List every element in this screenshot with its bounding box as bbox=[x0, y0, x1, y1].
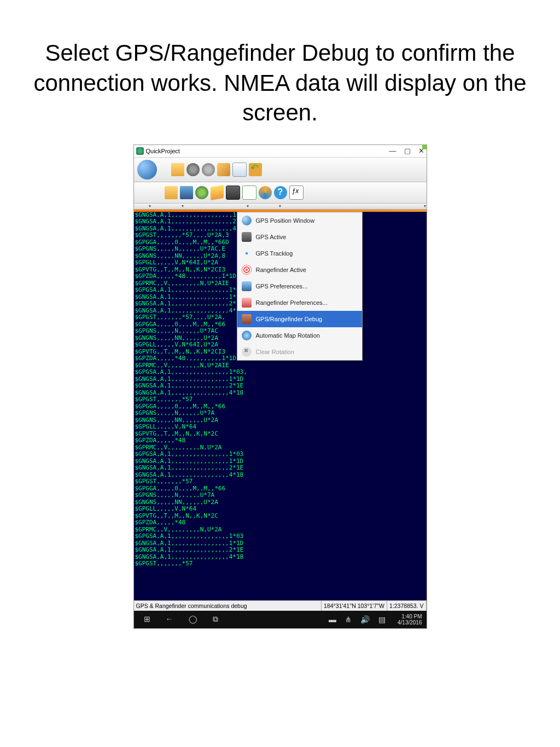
nmea-line: $GPGST,,,,,,,*57 bbox=[134, 560, 427, 568]
resize-handle[interactable] bbox=[422, 145, 427, 149]
menu-item-rangefinder-preferences-[interactable]: Rangefinder Preferences... bbox=[237, 294, 362, 311]
menu-item-rangefinder-active[interactable]: Rangefinder Active bbox=[237, 262, 362, 278]
dropdown-arrow-icon[interactable]: ▾ bbox=[134, 204, 166, 209]
menu-item-label: GPS/Rangefinder Debug bbox=[256, 316, 323, 323]
mi-pref-icon bbox=[242, 281, 252, 291]
page-icon[interactable] bbox=[242, 186, 256, 200]
menu-item-label: GPS Preferences... bbox=[256, 283, 308, 290]
nmea-line: $GPGSA,A,1,,,,,,,,,,,,,,,,1*03 bbox=[134, 533, 427, 540]
debug-output-area: $GNGSA,A,1,,,,,,,,,,,,,,,,,1*1D$GNGSA,A,… bbox=[134, 212, 427, 600]
nmea-line: $GPZDA,,,,,*48 bbox=[134, 437, 427, 444]
mi-waves-icon bbox=[242, 265, 252, 275]
mi-globe-icon bbox=[242, 216, 252, 225]
dropdown-arrow-icon[interactable]: ▾ bbox=[231, 204, 264, 209]
nmea-line: $GPGST,,,,,,,*57 bbox=[134, 396, 427, 403]
tools-icon[interactable] bbox=[202, 163, 215, 176]
system-clock[interactable]: 1:40 PM 4/13/2016 bbox=[394, 613, 425, 626]
app-icon bbox=[136, 147, 144, 155]
nmea-line: $GPZDA,,,,,*48 bbox=[134, 519, 427, 526]
nmea-line: $GNGSA,A,1,,,,,,,,,,,,,,,,2*1E bbox=[134, 547, 427, 554]
fx-icon[interactable] bbox=[289, 186, 304, 200]
menu-item-label: GPS Tracklog bbox=[256, 250, 293, 257]
menu-item-gps-rangefinder-debug[interactable]: GPS/Rangefinder Debug bbox=[237, 311, 362, 327]
back-button[interactable]: ← bbox=[166, 615, 173, 624]
wifi-icon[interactable]: ⋔ bbox=[345, 615, 352, 624]
mi-sat-icon bbox=[242, 232, 252, 242]
dropdown-arrow-icon[interactable]: ▾ bbox=[264, 204, 296, 209]
mi-dots-icon bbox=[242, 248, 252, 258]
menu-item-gps-tracklog[interactable]: GPS Tracklog bbox=[237, 245, 362, 262]
notifications-icon[interactable]: ▤ bbox=[378, 615, 386, 624]
dropdown-arrow-icon[interactable]: ▾ bbox=[166, 204, 199, 209]
menu-item-label: Clear Rotation bbox=[256, 349, 294, 356]
windows-taskbar: ⊞ ← ◯ ⧉ ▬ ⋔ 🔊 ▤ 1:40 PM 4/13/2016 bbox=[134, 611, 427, 628]
mi-clear-icon bbox=[242, 347, 252, 357]
refresh-icon[interactable] bbox=[259, 186, 272, 199]
menu-item-gps-position-window[interactable]: GPS Position Window bbox=[237, 212, 362, 229]
folder-icon[interactable] bbox=[171, 163, 184, 176]
nmea-line: $GPGST,,,,,,,*57 bbox=[134, 478, 427, 485]
dropdown-arrow-icon[interactable]: ▾ bbox=[394, 204, 426, 209]
battery-icon[interactable]: ▬ bbox=[329, 615, 336, 624]
menu-item-label: Rangefinder Active bbox=[256, 267, 306, 274]
document-icon[interactable] bbox=[232, 163, 247, 177]
cortana-button[interactable]: ◯ bbox=[189, 615, 197, 624]
menu-item-label: GPS Active bbox=[256, 234, 287, 241]
menu-item-label: Rangefinder Preferences... bbox=[256, 299, 328, 306]
nmea-line: $GPGSA,A,1,,,,,,,,,,,,,,,,1*03 bbox=[134, 451, 427, 458]
nmea-line: $GPGLL,,,,,V,N*64 bbox=[134, 424, 427, 431]
nmea-line: $GPGNS,,,,,N,,,,,,U*7A bbox=[134, 492, 427, 499]
app-window: QuickProject — ▢ ✕ ▾ ▾ ▾ ▾ ▾ bbox=[133, 144, 427, 629]
start-button[interactable]: ⊞ bbox=[144, 615, 150, 624]
toolbar-row-2 bbox=[134, 182, 427, 204]
nmea-line: $GPGNS,,,,,N,,,,,,U*7A bbox=[134, 410, 427, 417]
window-title: QuickProject bbox=[146, 148, 389, 154]
nmea-line: $GPGSA,A,1,,,,,,,,,,,,,,,,1*03, bbox=[134, 369, 427, 376]
task-view-button[interactable]: ⧉ bbox=[213, 615, 218, 624]
globe-icon[interactable] bbox=[137, 160, 157, 179]
menu-item-gps-preferences-[interactable]: GPS Preferences... bbox=[237, 278, 362, 294]
gps-dropdown-menu: GPS Position WindowGPS ActiveGPS Tracklo… bbox=[237, 212, 363, 361]
pencil-icon[interactable] bbox=[217, 163, 230, 176]
status-bar: GPS & Rangefinder communications debug 1… bbox=[134, 600, 427, 611]
menu-item-label: Automatic Map Rotation bbox=[256, 332, 320, 339]
menu-item-label: GPS Position Window bbox=[256, 217, 315, 224]
help-icon[interactable] bbox=[274, 186, 287, 199]
undo-icon[interactable] bbox=[249, 163, 262, 176]
toolbar-dropdowns: ▾ ▾ ▾ ▾ ▾ bbox=[134, 204, 427, 210]
title-bar: QuickProject — ▢ ✕ bbox=[134, 145, 427, 158]
nmea-line: $GNGSA,A,1,,,,,,,,,,,,,,,,2*1E bbox=[134, 383, 427, 390]
mi-rpref-icon bbox=[242, 298, 252, 308]
slide-title: Select GPS/Rangefinder Debug to confirm … bbox=[22, 38, 538, 128]
menu-item-gps-active[interactable]: GPS Active bbox=[237, 229, 362, 245]
status-coordinates: 184°31'41''N 103°1'7''W bbox=[322, 601, 387, 611]
minimize-button[interactable]: — bbox=[389, 147, 396, 155]
volume-icon[interactable]: 🔊 bbox=[360, 615, 370, 624]
settings-icon[interactable] bbox=[195, 186, 208, 199]
save-icon[interactable] bbox=[180, 186, 193, 199]
nmea-line: $GPGLL,,,,,V,N*64 bbox=[134, 506, 427, 513]
toolbar-row-1 bbox=[134, 158, 427, 182]
mi-rotate-icon bbox=[242, 331, 252, 340]
menu-item-automatic-map-rotation[interactable]: Automatic Map Rotation bbox=[237, 327, 362, 344]
status-message: GPS & Rangefinder communications debug bbox=[134, 601, 322, 611]
mi-debug-icon bbox=[242, 314, 252, 324]
gear-icon[interactable] bbox=[186, 163, 200, 176]
layers-icon[interactable] bbox=[211, 185, 224, 200]
gps-menu-button[interactable] bbox=[226, 186, 240, 200]
nmea-line: $GNGSA,A,1,,,,,,,,,,,,,,,,2*1E bbox=[134, 465, 427, 472]
open-icon[interactable] bbox=[165, 186, 178, 199]
maximize-button[interactable]: ▢ bbox=[404, 147, 411, 155]
menu-item-clear-rotation: Clear Rotation bbox=[237, 344, 362, 360]
status-scale: 1:2378853. V bbox=[387, 601, 426, 611]
